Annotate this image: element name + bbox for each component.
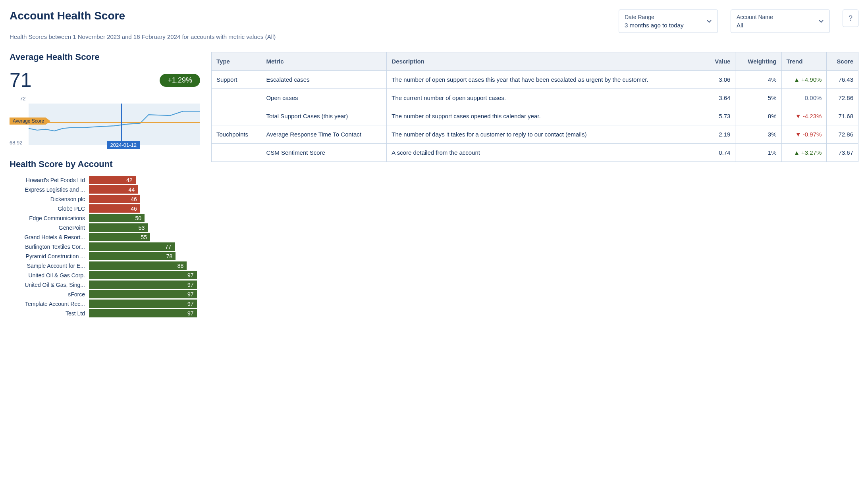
bar-fill: 55 — [89, 233, 150, 241]
table-cell: Touchpoints — [212, 125, 261, 144]
bar-row[interactable]: Express Logistics and ...44 — [10, 185, 200, 194]
table-cell: 5.73 — [705, 107, 735, 125]
table-row: Total Support Cases (this year)The numbe… — [212, 107, 858, 125]
bar-row[interactable]: GenePoint53 — [10, 223, 200, 232]
bar-row[interactable]: Burlington Textiles Cor...77 — [10, 242, 200, 251]
date-marker-label: 2024-01-12 — [107, 141, 140, 149]
bar-fill: 88 — [89, 261, 187, 270]
y-axis-bottom: 68.92 — [10, 140, 23, 146]
help-icon: ? — [849, 14, 853, 23]
chevron-down-icon — [818, 19, 824, 24]
bar-fill: 78 — [89, 252, 176, 260]
table-cell: ▲ +4.90% — [781, 71, 827, 89]
bar-row[interactable]: Sample Account for E...88 — [10, 261, 200, 270]
health-score-bar-chart[interactable]: Howard's Pet Foods Ltd42Express Logistic… — [10, 176, 200, 317]
bar-label: Test Ltd — [10, 310, 89, 317]
table-cell: The number of support cases opened this … — [387, 107, 705, 125]
help-button[interactable]: ? — [843, 10, 858, 27]
page-title: Account Health Score — [10, 10, 619, 22]
bar-row[interactable]: Test Ltd97 — [10, 309, 200, 317]
bar-label: Burlington Textiles Cor... — [10, 244, 89, 250]
bar-fill: 46 — [89, 195, 140, 203]
avg-health-line-chart[interactable]: 72 68.92 Average Score 2024-01-12 — [10, 96, 200, 147]
date-range-label: Date Range — [625, 14, 683, 20]
bar-fill: 50 — [89, 214, 145, 222]
date-range-value: 3 months ago to today — [625, 22, 683, 29]
table-cell: A score detailed from the account — [387, 144, 705, 162]
account-name-label: Account Name — [737, 14, 773, 20]
bar-row[interactable]: United Oil & Gas, Sing...97 — [10, 281, 200, 289]
table-cell — [212, 89, 261, 107]
table-cell: 72.86 — [827, 89, 858, 107]
bar-label: sForce — [10, 291, 89, 298]
table-cell: Open cases — [261, 89, 387, 107]
bar-fill: 46 — [89, 204, 140, 213]
bar-fill: 97 — [89, 300, 197, 308]
table-cell: 1% — [735, 144, 781, 162]
bar-label: Dickenson plc — [10, 196, 89, 202]
bar-label: United Oil & Gas Corp. — [10, 272, 89, 279]
table-row: TouchpointsAverage Response Time To Cont… — [212, 125, 858, 144]
bar-label: Pyramid Construction ... — [10, 253, 89, 259]
table-cell: Average Response Time To Contact — [261, 125, 387, 144]
table-cell: CSM Sentiment Score — [261, 144, 387, 162]
table-cell: 3% — [735, 125, 781, 144]
bar-label: Template Account Rec... — [10, 301, 89, 307]
table-cell: The current number of open support cases… — [387, 89, 705, 107]
column-header[interactable]: Type — [212, 52, 261, 71]
avg-score-badge: Average Score — [10, 117, 50, 125]
table-cell: The number of open support cases this ye… — [387, 71, 705, 89]
bar-row[interactable]: Edge Communications50 — [10, 214, 200, 222]
table-cell: 73.67 — [827, 144, 858, 162]
metrics-table: TypeMetricDescriptionValueWeightingTrend… — [211, 52, 858, 162]
bar-row[interactable]: Globe PLC46 — [10, 204, 200, 213]
bar-fill: 97 — [89, 290, 197, 298]
bar-row[interactable]: Dickenson plc46 — [10, 195, 200, 203]
bar-fill: 42 — [89, 176, 136, 184]
page-subtitle: Health Scores between 1 November 2023 an… — [10, 33, 619, 40]
bar-label: Express Logistics and ... — [10, 186, 89, 193]
bar-row[interactable]: sForce97 — [10, 290, 200, 298]
bar-label: Howard's Pet Foods Ltd — [10, 177, 89, 183]
bar-row[interactable]: Template Account Rec...97 — [10, 300, 200, 308]
table-cell: 71.68 — [827, 107, 858, 125]
column-header[interactable]: Score — [827, 52, 858, 71]
column-header[interactable]: Value — [705, 52, 735, 71]
bar-label: GenePoint — [10, 225, 89, 231]
bar-fill: 44 — [89, 185, 138, 194]
bar-label: Sample Account for E... — [10, 263, 89, 269]
bar-row[interactable]: Pyramid Construction ...78 — [10, 252, 200, 260]
avg-health-score: 71 — [10, 69, 32, 92]
avg-health-change-badge: +1.29% — [160, 74, 200, 87]
column-header[interactable]: Weighting — [735, 52, 781, 71]
by-account-title: Health Score by Account — [10, 159, 200, 169]
bar-fill: 97 — [89, 281, 197, 289]
bar-row[interactable]: Howard's Pet Foods Ltd42 — [10, 176, 200, 184]
bar-label: Grand Hotels & Resort... — [10, 234, 89, 240]
table-cell: 72.86 — [827, 125, 858, 144]
bar-fill: 97 — [89, 309, 197, 317]
column-header[interactable]: Description — [387, 52, 705, 71]
table-cell: ▼ -0.97% — [781, 125, 827, 144]
date-range-filter[interactable]: Date Range 3 months ago to today — [619, 10, 718, 33]
avg-health-title: Average Health Score — [10, 52, 200, 62]
bar-label: Globe PLC — [10, 206, 89, 212]
bar-fill: 97 — [89, 271, 197, 279]
table-cell: 76.43 — [827, 71, 858, 89]
table-row: Open casesThe current number of open sup… — [212, 89, 858, 107]
account-name-filter[interactable]: Account Name All — [731, 10, 830, 33]
bar-row[interactable]: United Oil & Gas Corp.97 — [10, 271, 200, 279]
table-cell: Total Support Cases (this year) — [261, 107, 387, 125]
table-cell: Support — [212, 71, 261, 89]
table-row: SupportEscalated casesThe number of open… — [212, 71, 858, 89]
table-cell — [212, 107, 261, 125]
table-cell: 0.00% — [781, 89, 827, 107]
column-header[interactable]: Trend — [781, 52, 827, 71]
column-header[interactable]: Metric — [261, 52, 387, 71]
bar-label: United Oil & Gas, Sing... — [10, 282, 89, 288]
bar-row[interactable]: Grand Hotels & Resort...55 — [10, 233, 200, 241]
trend-line — [29, 104, 200, 146]
table-cell: ▼ -4.23% — [781, 107, 827, 125]
table-cell: 0.74 — [705, 144, 735, 162]
table-row: CSM Sentiment ScoreA score detailed from… — [212, 144, 858, 162]
